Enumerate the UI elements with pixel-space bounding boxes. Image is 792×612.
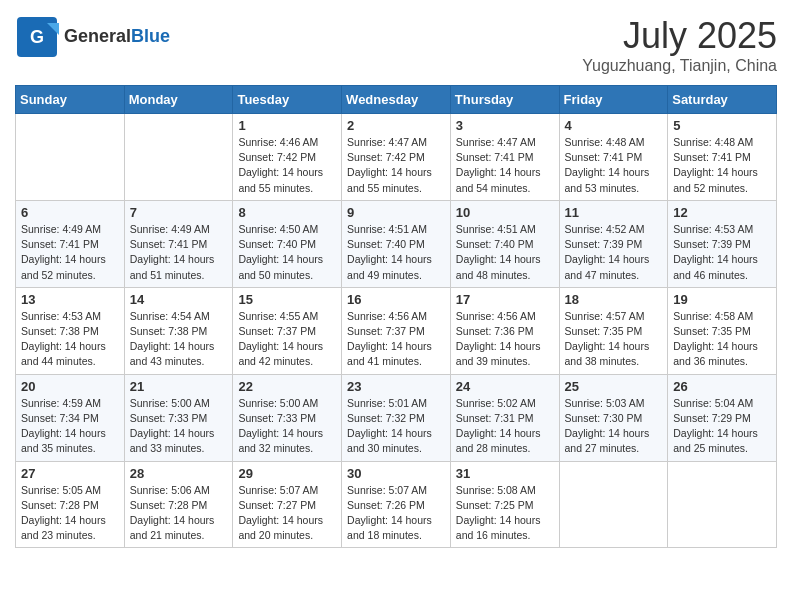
calendar-day-cell [559, 461, 668, 548]
calendar-day-cell: 11Sunrise: 4:52 AM Sunset: 7:39 PM Dayli… [559, 200, 668, 287]
day-number: 7 [130, 205, 228, 220]
calendar-day-cell: 28Sunrise: 5:06 AM Sunset: 7:28 PM Dayli… [124, 461, 233, 548]
day-number: 23 [347, 379, 445, 394]
day-info: Sunrise: 5:04 AM Sunset: 7:29 PM Dayligh… [673, 396, 771, 457]
day-number: 12 [673, 205, 771, 220]
day-info: Sunrise: 5:06 AM Sunset: 7:28 PM Dayligh… [130, 483, 228, 544]
calendar-day-cell [124, 114, 233, 201]
calendar-day-cell: 21Sunrise: 5:00 AM Sunset: 7:33 PM Dayli… [124, 374, 233, 461]
day-info: Sunrise: 4:47 AM Sunset: 7:41 PM Dayligh… [456, 135, 554, 196]
weekday-header: Friday [559, 86, 668, 114]
day-number: 18 [565, 292, 663, 307]
day-number: 22 [238, 379, 336, 394]
calendar-day-cell: 2Sunrise: 4:47 AM Sunset: 7:42 PM Daylig… [342, 114, 451, 201]
calendar-day-cell: 14Sunrise: 4:54 AM Sunset: 7:38 PM Dayli… [124, 287, 233, 374]
weekday-header: Monday [124, 86, 233, 114]
day-number: 10 [456, 205, 554, 220]
calendar-week-row: 27Sunrise: 5:05 AM Sunset: 7:28 PM Dayli… [16, 461, 777, 548]
month-title: July 2025 [582, 15, 777, 57]
day-number: 9 [347, 205, 445, 220]
day-info: Sunrise: 4:50 AM Sunset: 7:40 PM Dayligh… [238, 222, 336, 283]
weekday-header: Thursday [450, 86, 559, 114]
weekday-header: Sunday [16, 86, 125, 114]
calendar-day-cell: 19Sunrise: 4:58 AM Sunset: 7:35 PM Dayli… [668, 287, 777, 374]
day-info: Sunrise: 4:56 AM Sunset: 7:36 PM Dayligh… [456, 309, 554, 370]
day-number: 2 [347, 118, 445, 133]
calendar-day-cell: 24Sunrise: 5:02 AM Sunset: 7:31 PM Dayli… [450, 374, 559, 461]
day-number: 13 [21, 292, 119, 307]
calendar-day-cell: 30Sunrise: 5:07 AM Sunset: 7:26 PM Dayli… [342, 461, 451, 548]
weekday-header: Saturday [668, 86, 777, 114]
calendar-day-cell: 31Sunrise: 5:08 AM Sunset: 7:25 PM Dayli… [450, 461, 559, 548]
day-info: Sunrise: 4:47 AM Sunset: 7:42 PM Dayligh… [347, 135, 445, 196]
logo-blue: Blue [131, 26, 170, 46]
calendar-day-cell: 6Sunrise: 4:49 AM Sunset: 7:41 PM Daylig… [16, 200, 125, 287]
day-info: Sunrise: 4:52 AM Sunset: 7:39 PM Dayligh… [565, 222, 663, 283]
day-number: 27 [21, 466, 119, 481]
day-info: Sunrise: 5:00 AM Sunset: 7:33 PM Dayligh… [130, 396, 228, 457]
day-info: Sunrise: 4:53 AM Sunset: 7:38 PM Dayligh… [21, 309, 119, 370]
calendar-day-cell: 27Sunrise: 5:05 AM Sunset: 7:28 PM Dayli… [16, 461, 125, 548]
calendar-day-cell: 8Sunrise: 4:50 AM Sunset: 7:40 PM Daylig… [233, 200, 342, 287]
day-number: 3 [456, 118, 554, 133]
day-number: 4 [565, 118, 663, 133]
calendar-day-cell: 3Sunrise: 4:47 AM Sunset: 7:41 PM Daylig… [450, 114, 559, 201]
day-number: 24 [456, 379, 554, 394]
calendar-day-cell: 10Sunrise: 4:51 AM Sunset: 7:40 PM Dayli… [450, 200, 559, 287]
day-number: 5 [673, 118, 771, 133]
calendar-day-cell: 1Sunrise: 4:46 AM Sunset: 7:42 PM Daylig… [233, 114, 342, 201]
calendar-day-cell: 15Sunrise: 4:55 AM Sunset: 7:37 PM Dayli… [233, 287, 342, 374]
day-info: Sunrise: 5:03 AM Sunset: 7:30 PM Dayligh… [565, 396, 663, 457]
day-number: 21 [130, 379, 228, 394]
calendar-day-cell: 18Sunrise: 4:57 AM Sunset: 7:35 PM Dayli… [559, 287, 668, 374]
calendar-day-cell: 5Sunrise: 4:48 AM Sunset: 7:41 PM Daylig… [668, 114, 777, 201]
weekday-header: Tuesday [233, 86, 342, 114]
day-number: 14 [130, 292, 228, 307]
day-number: 1 [238, 118, 336, 133]
day-info: Sunrise: 4:54 AM Sunset: 7:38 PM Dayligh… [130, 309, 228, 370]
day-number: 19 [673, 292, 771, 307]
calendar-header-row: SundayMondayTuesdayWednesdayThursdayFrid… [16, 86, 777, 114]
day-info: Sunrise: 4:48 AM Sunset: 7:41 PM Dayligh… [673, 135, 771, 196]
day-info: Sunrise: 5:02 AM Sunset: 7:31 PM Dayligh… [456, 396, 554, 457]
day-number: 15 [238, 292, 336, 307]
day-info: Sunrise: 4:46 AM Sunset: 7:42 PM Dayligh… [238, 135, 336, 196]
day-number: 16 [347, 292, 445, 307]
calendar-day-cell: 9Sunrise: 4:51 AM Sunset: 7:40 PM Daylig… [342, 200, 451, 287]
day-number: 31 [456, 466, 554, 481]
day-info: Sunrise: 4:57 AM Sunset: 7:35 PM Dayligh… [565, 309, 663, 370]
day-info: Sunrise: 4:49 AM Sunset: 7:41 PM Dayligh… [21, 222, 119, 283]
day-number: 11 [565, 205, 663, 220]
day-info: Sunrise: 5:01 AM Sunset: 7:32 PM Dayligh… [347, 396, 445, 457]
calendar-day-cell: 16Sunrise: 4:56 AM Sunset: 7:37 PM Dayli… [342, 287, 451, 374]
location: Yuguzhuang, Tianjin, China [582, 57, 777, 75]
logo-general: General [64, 26, 131, 46]
day-number: 17 [456, 292, 554, 307]
calendar-week-row: 6Sunrise: 4:49 AM Sunset: 7:41 PM Daylig… [16, 200, 777, 287]
calendar-day-cell: 20Sunrise: 4:59 AM Sunset: 7:34 PM Dayli… [16, 374, 125, 461]
day-info: Sunrise: 5:07 AM Sunset: 7:27 PM Dayligh… [238, 483, 336, 544]
day-info: Sunrise: 4:51 AM Sunset: 7:40 PM Dayligh… [456, 222, 554, 283]
page-header: G GeneralBlue July 2025 Yuguzhuang, Tian… [15, 15, 777, 75]
day-info: Sunrise: 5:08 AM Sunset: 7:25 PM Dayligh… [456, 483, 554, 544]
logo-icon: G [15, 15, 59, 59]
calendar-day-cell: 7Sunrise: 4:49 AM Sunset: 7:41 PM Daylig… [124, 200, 233, 287]
day-number: 25 [565, 379, 663, 394]
calendar-day-cell: 29Sunrise: 5:07 AM Sunset: 7:27 PM Dayli… [233, 461, 342, 548]
calendar-week-row: 20Sunrise: 4:59 AM Sunset: 7:34 PM Dayli… [16, 374, 777, 461]
day-number: 30 [347, 466, 445, 481]
day-info: Sunrise: 4:51 AM Sunset: 7:40 PM Dayligh… [347, 222, 445, 283]
day-info: Sunrise: 4:53 AM Sunset: 7:39 PM Dayligh… [673, 222, 771, 283]
calendar-day-cell [668, 461, 777, 548]
day-number: 20 [21, 379, 119, 394]
day-info: Sunrise: 4:48 AM Sunset: 7:41 PM Dayligh… [565, 135, 663, 196]
day-number: 28 [130, 466, 228, 481]
day-info: Sunrise: 5:00 AM Sunset: 7:33 PM Dayligh… [238, 396, 336, 457]
calendar-day-cell: 22Sunrise: 5:00 AM Sunset: 7:33 PM Dayli… [233, 374, 342, 461]
calendar-week-row: 1Sunrise: 4:46 AM Sunset: 7:42 PM Daylig… [16, 114, 777, 201]
day-info: Sunrise: 4:49 AM Sunset: 7:41 PM Dayligh… [130, 222, 228, 283]
calendar-day-cell: 4Sunrise: 4:48 AM Sunset: 7:41 PM Daylig… [559, 114, 668, 201]
day-number: 6 [21, 205, 119, 220]
day-info: Sunrise: 4:58 AM Sunset: 7:35 PM Dayligh… [673, 309, 771, 370]
day-number: 29 [238, 466, 336, 481]
